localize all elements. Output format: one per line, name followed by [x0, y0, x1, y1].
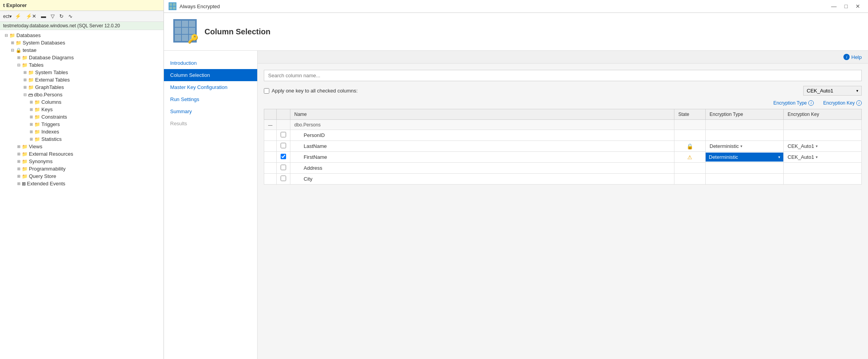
th-expander	[264, 109, 277, 120]
apply-key-checkbox[interactable]	[264, 88, 269, 94]
query-store-expander[interactable]: ⊞	[16, 174, 22, 178]
keys-expander[interactable]: ⊞	[28, 107, 34, 112]
tree-item-views[interactable]: ⊞ 📁 Views	[0, 143, 164, 150]
table-row-group-dbo-persons: — dbo.Persons	[264, 120, 862, 130]
keys-label: Keys	[41, 107, 53, 112]
query-store-icon: 📁	[22, 174, 28, 179]
lastname-checkbox[interactable]	[281, 143, 286, 148]
extended-events-icon: ⊞	[22, 181, 26, 187]
lastname-enc-key-arrow-icon[interactable]: ▾	[816, 144, 818, 148]
firstname-enc-type-cell[interactable]: Deterministic ▾	[706, 152, 784, 163]
personid-check-cell[interactable]	[277, 130, 290, 141]
triggers-expander[interactable]: ⊞	[28, 122, 34, 126]
table-row-address: Address	[264, 163, 862, 174]
system-tables-expander[interactable]: ⊞	[22, 70, 28, 75]
activity-button[interactable]: ∿	[67, 12, 74, 20]
tree-item-db-diagrams[interactable]: ⊞ 📁 Database Diagrams	[0, 54, 164, 61]
testae-expander[interactable]: ⊟	[9, 48, 16, 52]
city-check-cell[interactable]	[277, 174, 290, 185]
lastname-enc-type-arrow-icon[interactable]: ▾	[740, 144, 742, 148]
always-encrypted-dialog: Always Encrypted — □ ✕ 🔑 Column Selectio…	[164, 0, 868, 359]
personid-checkbox[interactable]	[281, 132, 286, 137]
tree-item-testae[interactable]: ⊟ 🔒 testae	[0, 46, 164, 54]
address-checkbox[interactable]	[281, 165, 286, 170]
panel-header: t Explorer	[0, 0, 164, 11]
tables-expander[interactable]: ⊟	[16, 63, 22, 67]
constraints-icon: 📁	[34, 114, 40, 120]
firstname-enc-key-arrow-icon[interactable]: ▾	[816, 155, 818, 159]
tree-item-tables[interactable]: ⊟ 📁 Tables	[0, 61, 164, 69]
nav-item-introduction[interactable]: Introduction	[164, 57, 257, 69]
constraints-expander[interactable]: ⊞	[28, 115, 34, 119]
tree-item-extended-events[interactable]: ⊞ ⊞ Extended Events	[0, 180, 164, 187]
tree-item-indexes[interactable]: ⊞ 📁 Indexes	[0, 128, 164, 135]
tree-item-system-tables[interactable]: ⊞ 📁 System Tables	[0, 69, 164, 76]
tree-item-columns[interactable]: ⊞ 📁 Columns	[0, 98, 164, 106]
external-resources-label: External Resources	[29, 151, 73, 157]
city-checkbox[interactable]	[281, 176, 286, 181]
tree-item-keys[interactable]: ⊞ 📁 Keys	[0, 106, 164, 113]
nav-item-column-selection[interactable]: Column Selection	[164, 69, 257, 81]
tree-item-external-tables[interactable]: ⊞ 📁 External Tables	[0, 76, 164, 84]
firstname-enc-type-arrow-icon[interactable]: ▾	[778, 155, 780, 159]
db-diagrams-expander[interactable]: ⊞	[16, 55, 22, 60]
graph-tables-expander[interactable]: ⊞	[22, 85, 28, 89]
tree-item-dbo-persons[interactable]: ⊟ 🗃 dbo.Persons	[0, 91, 164, 98]
tree-item-synonyms[interactable]: ⊞ 📁 Synonyms	[0, 158, 164, 165]
indexes-expander[interactable]: ⊞	[28, 130, 34, 134]
search-input[interactable]	[264, 70, 862, 81]
firstname-checkbox[interactable]	[281, 154, 286, 159]
help-link[interactable]: i Help	[843, 54, 862, 60]
svg-rect-1	[173, 3, 176, 6]
window-controls: — □ ✕	[828, 2, 863, 10]
personid-expander	[264, 130, 277, 141]
apply-key-checkbox-label[interactable]: Apply one key to all checked columns:	[264, 88, 358, 94]
tree-item-constraints[interactable]: ⊞ 📁 Constraints	[0, 113, 164, 121]
close-button[interactable]: ✕	[852, 2, 863, 10]
columns-expander[interactable]: ⊞	[28, 100, 34, 104]
dialog-title-text: Always Encrypted	[180, 4, 220, 9]
encryption-key-info[interactable]: Encryption Key i	[823, 100, 862, 106]
tables-icon: 📁	[22, 62, 28, 68]
pause-button[interactable]: ▬	[39, 12, 48, 20]
minimize-button[interactable]: —	[828, 2, 840, 10]
tree-item-databases[interactable]: ⊟ 📁 Databases	[0, 32, 164, 39]
new-connection-button[interactable]: ⚡	[13, 12, 23, 20]
tree-item-statistics[interactable]: ⊞ 📁 Statistics	[0, 135, 164, 143]
external-resources-expander[interactable]: ⊞	[16, 152, 22, 156]
disconnect-button[interactable]: ⚡✕	[24, 12, 38, 20]
dbo-persons-expander[interactable]: ⊟	[22, 92, 28, 97]
tree-item-query-store[interactable]: ⊞ 📁 Query Store	[0, 172, 164, 180]
tree-item-graph-tables[interactable]: ⊞ 📁 GraphTables	[0, 84, 164, 91]
key-dropdown[interactable]: CEK_Auto1 ▾	[803, 86, 862, 96]
statistics-expander[interactable]: ⊞	[28, 137, 34, 141]
lastname-check-cell[interactable]	[277, 141, 290, 152]
maximize-button[interactable]: □	[841, 2, 851, 10]
firstname-enc-type-select[interactable]: Deterministic ▾	[706, 153, 783, 162]
nav-item-run-settings[interactable]: Run Settings	[164, 93, 257, 105]
address-state-cell	[674, 163, 706, 174]
wizard-main-body: Apply one key to all checked columns: CE…	[258, 64, 868, 359]
encryption-type-info[interactable]: Encryption Type i	[773, 100, 814, 106]
firstname-check-cell[interactable]	[277, 152, 290, 163]
tree-item-external-resources[interactable]: ⊞ 📁 External Resources	[0, 150, 164, 158]
views-expander[interactable]: ⊞	[16, 144, 22, 149]
filter-button[interactable]: ▽	[49, 12, 56, 20]
system-databases-icon: 📁	[16, 40, 21, 46]
databases-expander[interactable]: ⊟	[3, 33, 9, 37]
extended-events-expander[interactable]: ⊞	[16, 181, 22, 186]
address-check-cell[interactable]	[277, 163, 290, 174]
synonyms-expander[interactable]: ⊞	[16, 159, 22, 164]
external-tables-label: External Tables	[35, 77, 70, 83]
external-tables-expander[interactable]: ⊞	[22, 78, 28, 82]
connect-button[interactable]: ect▾	[3, 14, 12, 19]
nav-item-master-key[interactable]: Master Key Configuration	[164, 81, 257, 93]
system-databases-expander[interactable]: ⊞	[9, 41, 16, 45]
nav-item-summary[interactable]: Summary	[164, 105, 257, 117]
group-expander-cell[interactable]: —	[264, 120, 277, 130]
tree-item-system-databases[interactable]: ⊞ 📁 System Databases	[0, 39, 164, 46]
tree-item-triggers[interactable]: ⊞ 📁 Triggers	[0, 121, 164, 128]
refresh-button[interactable]: ↻	[58, 12, 65, 20]
programmability-expander[interactable]: ⊞	[16, 167, 22, 171]
tree-item-programmability[interactable]: ⊞ 📁 Programmability	[0, 165, 164, 172]
